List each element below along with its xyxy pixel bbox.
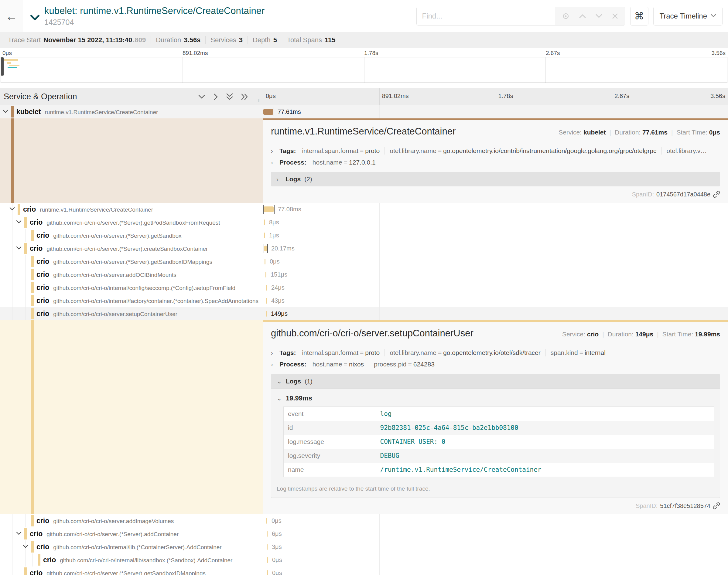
span-row[interactable]: criogithub.com/cri-o/cri-o/server.(*Serv…	[0, 242, 728, 255]
span-name-cell[interactable]: criogithub.com/cri-o/cri-o/server.(*Serv…	[0, 229, 263, 242]
span-detail-title: runtime.v1.RuntimeService/CreateContaine…	[271, 126, 456, 137]
span-duration-bar[interactable]	[267, 557, 268, 563]
span-bar-cell[interactable]: 3μs	[263, 540, 728, 553]
back-button[interactable]: ←	[0, 0, 23, 32]
span-duration-bar[interactable]	[267, 531, 268, 537]
prev-match-icon[interactable]	[579, 14, 586, 19]
span-name-cell[interactable]: criogithub.com/cri-o/cri-o/server.addOCI…	[0, 268, 263, 281]
column-resizer-handle[interactable]: ‖	[258, 98, 260, 104]
span-duration-bar[interactable]	[263, 109, 273, 115]
span-name-cell[interactable]: criogithub.com/cri-o/cri-o/server.addIma…	[0, 514, 263, 527]
span-name-cell[interactable]: crioruntime.v1.RuntimeService/CreateCont…	[0, 203, 263, 216]
minimap-scrubber-handle[interactable]	[1, 57, 4, 76]
span-name-cell[interactable]: criogithub.com/cri-o/cri-o/server.setupC…	[0, 307, 263, 320]
span-name-cell[interactable]: criogithub.com/cri-o/cri-o/server.(*Serv…	[0, 567, 263, 575]
span-row[interactable]: criogithub.com/cri-o/cri-o/internal/fact…	[0, 294, 728, 307]
span-row[interactable]: criogithub.com/cri-o/cri-o/internal/lib/…	[0, 553, 728, 567]
span-duration-bar[interactable]	[266, 298, 267, 304]
span-bar-cell[interactable]: 43μs	[263, 294, 728, 307]
span-row[interactable]: criogithub.com/cri-o/cri-o/server.(*Serv…	[0, 567, 728, 575]
span-row[interactable]: criogithub.com/cri-o/cri-o/server.addIma…	[0, 514, 728, 527]
copy-link-icon[interactable]	[713, 502, 720, 509]
span-row[interactable]: criogithub.com/cri-o/cri-o/server.(*Serv…	[0, 216, 728, 229]
trace-title-link[interactable]: kubelet: runtime.v1.RuntimeService/Creat…	[44, 5, 265, 18]
next-match-icon[interactable]	[595, 14, 602, 19]
expand-all-icon[interactable]	[241, 93, 249, 101]
span-row[interactable]: criogithub.com/cri-o/cri-o/server.setupC…	[0, 307, 728, 320]
span-row[interactable]: criogithub.com/cri-o/cri-o/internal/conf…	[0, 281, 728, 294]
span-bar-cell[interactable]: 8μs	[263, 216, 728, 229]
expand-one-icon[interactable]	[213, 93, 219, 101]
span-name-cell[interactable]: criogithub.com/cri-o/cri-o/internal/lib/…	[0, 553, 263, 567]
logs-accordion[interactable]: ⌄ Logs (1)	[271, 374, 720, 389]
span-boundary-tick	[274, 205, 274, 214]
log-entry-accordion[interactable]: ⌄ 19.99ms	[271, 391, 720, 406]
span-name-cell[interactable]: criogithub.com/cri-o/cri-o/server.(*Serv…	[0, 216, 263, 229]
span-duration-bar[interactable]	[264, 206, 274, 212]
span-duration-bar[interactable]	[267, 544, 268, 550]
span-bar-cell[interactable]: 149μs	[263, 307, 728, 320]
span-duration-bar[interactable]	[266, 518, 267, 524]
jaeger-trace-view: ← kubelet: runtime.v1.RuntimeService/Cre…	[0, 0, 728, 575]
span-row[interactable]: criogithub.com/cri-o/cri-o/server.(*Serv…	[0, 527, 728, 540]
span-row[interactable]: criogithub.com/cri-o/cri-o/server.(*Serv…	[0, 229, 728, 242]
span-bar-cell[interactable]: 6μs	[263, 527, 728, 540]
span-name-cell[interactable]: criogithub.com/cri-o/cri-o/internal/conf…	[0, 281, 263, 294]
span-bar-cell[interactable]: 0μs	[263, 567, 728, 575]
minimap-canvas[interactable]	[1, 57, 727, 83]
span-duration-bar[interactable]	[267, 570, 268, 575]
span-bar-cell[interactable]: 77.08ms	[263, 203, 728, 216]
tags-accordion[interactable]: › Tags: internal.span.format=protootel.l…	[271, 145, 720, 157]
span-row[interactable]: criogithub.com/cri-o/cri-o/server.(*Serv…	[0, 255, 728, 268]
span-bar-cell[interactable]: 20.17ms	[263, 242, 728, 255]
span-duration-bar[interactable]	[264, 233, 265, 238]
service-name: criogithub.com/cri-o/cri-o/server.(*Serv…	[36, 258, 212, 266]
collapse-one-icon[interactable]	[198, 94, 206, 100]
chevron-down-icon[interactable]	[2, 109, 8, 115]
chevron-down-icon[interactable]	[16, 220, 22, 225]
find-box	[417, 7, 625, 26]
chevron-down-icon[interactable]	[23, 544, 29, 550]
span-row[interactable]: kubeletruntime.v1.RuntimeService/CreateC…	[0, 105, 728, 119]
span-bar-cell[interactable]: 0μs	[263, 255, 728, 268]
span-bar-cell[interactable]: 0μs	[263, 553, 728, 567]
find-input[interactable]	[417, 7, 555, 25]
span-duration-bar[interactable]	[266, 285, 267, 291]
span-name-cell[interactable]: criogithub.com/cri-o/cri-o/internal/lib.…	[0, 540, 263, 553]
collapse-all-icon[interactable]	[226, 93, 234, 101]
span-bar-cell[interactable]: 151μs	[263, 268, 728, 281]
span-bar-cell[interactable]: 0μs	[263, 514, 728, 527]
chevron-down-icon[interactable]	[9, 207, 15, 212]
focus-match-icon[interactable]	[562, 12, 570, 20]
copy-link-icon[interactable]	[713, 191, 720, 198]
clear-find-icon[interactable]	[612, 13, 618, 20]
service-operation-header: Service & Operation ‖	[0, 88, 263, 105]
chevron-down-icon[interactable]	[16, 246, 22, 251]
span-name-cell[interactable]: kubeletruntime.v1.RuntimeService/CreateC…	[0, 105, 263, 119]
logs-accordion[interactable]: › Logs (2)	[271, 172, 720, 187]
process-accordion[interactable]: › Process: host.name=127.0.0.1	[271, 157, 720, 168]
tags-summary: internal.span.format=protootel.library.n…	[301, 147, 712, 155]
span-name-cell[interactable]: criogithub.com/cri-o/cri-o/server.(*Serv…	[0, 527, 263, 540]
keyboard-shortcuts-button[interactable]: ⌘	[630, 7, 649, 26]
span-duration-bar[interactable]	[265, 259, 265, 264]
process-accordion[interactable]: › Process: host.name=nixosprocess.pid=62…	[271, 359, 720, 370]
span-name-cell[interactable]: criogithub.com/cri-o/cri-o/server.(*Serv…	[0, 255, 263, 268]
span-duration-bar[interactable]	[266, 311, 267, 317]
tags-accordion[interactable]: › Tags: internal.span.format=protootel.l…	[271, 347, 720, 359]
trace-view-select[interactable]: Trace Timeline	[653, 7, 723, 26]
span-name-cell[interactable]: criogithub.com/cri-o/cri-o/internal/fact…	[0, 294, 263, 307]
span-duration-bar[interactable]	[264, 219, 265, 225]
span-row[interactable]: criogithub.com/cri-o/cri-o/server.addOCI…	[0, 268, 728, 281]
collapse-trace-header-icon[interactable]	[30, 14, 40, 21]
span-bar-cell[interactable]: 1μs	[263, 229, 728, 242]
span-duration-bar[interactable]	[265, 272, 266, 277]
span-duration-bar[interactable]	[264, 246, 267, 251]
top-bar: ← kubelet: runtime.v1.RuntimeService/Cre…	[0, 0, 728, 32]
span-name-cell[interactable]: criogithub.com/cri-o/cri-o/server.(*Serv…	[0, 242, 263, 255]
chevron-down-icon[interactable]	[16, 531, 22, 537]
span-bar-cell[interactable]: 77.61ms	[263, 105, 728, 119]
span-row[interactable]: criogithub.com/cri-o/cri-o/internal/lib.…	[0, 540, 728, 553]
span-bar-cell[interactable]: 24μs	[263, 281, 728, 294]
span-row[interactable]: crioruntime.v1.RuntimeService/CreateCont…	[0, 203, 728, 216]
